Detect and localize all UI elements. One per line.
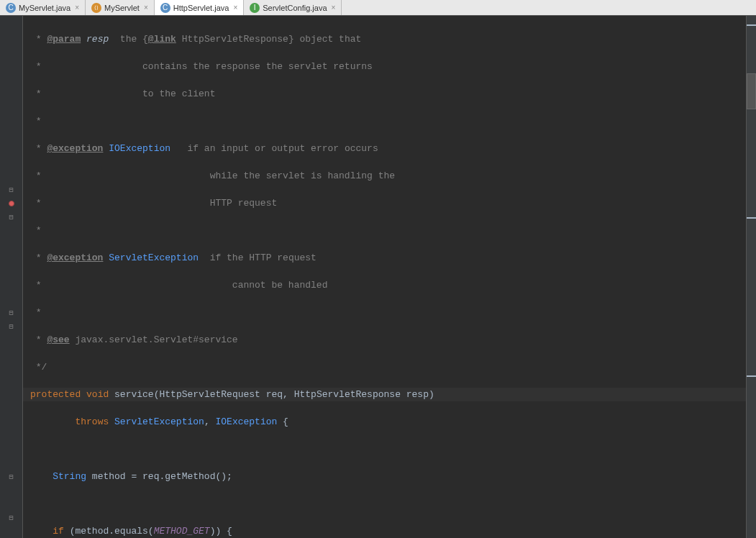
scroll-mark[interactable] [747,217,756,219]
gutter[interactable]: ⊟ ⊟ ⊟ ⊟ ⊟ ⊟ [0,16,23,538]
scrollbar-vertical[interactable] [746,16,756,538]
breakpoint-icon[interactable] [9,201,14,206]
tab-servletconfig[interactable]: I ServletConfig.java × [244,0,342,15]
tab-label: ServletConfig.java [263,4,327,12]
tab-httpservlet[interactable]: C HttpServlet.java × [155,0,245,15]
fold-minus-icon[interactable]: ⊟ [9,213,13,222]
close-icon[interactable]: × [144,4,148,12]
close-icon[interactable]: × [75,4,79,12]
interface-icon: I [250,3,260,13]
tab-bar: C MyServlet.java × ⟨⟩ MyServlet × C Http… [0,0,756,16]
ide-editor: C MyServlet.java × ⟨⟩ MyServlet × C Http… [0,0,756,538]
fold-minus-icon[interactable]: ⊟ [9,473,13,481]
jsp-icon: ⟨⟩ [91,3,101,13]
class-icon: C [6,3,16,13]
editor-body: ⊟ ⊟ ⊟ ⊟ ⊟ ⊟ * @param resp the {@link Htt… [0,16,756,538]
scroll-mark[interactable] [747,24,756,26]
current-line: protected void service(HttpServletReques… [23,388,746,401]
tab-label: MyServlet [104,4,140,12]
close-icon[interactable]: × [233,4,237,12]
scroll-mark[interactable] [747,375,756,377]
scroll-thumb[interactable] [747,73,756,109]
fold-minus-icon[interactable]: ⊟ [9,309,13,317]
class-icon: C [160,3,170,13]
tab-label: MyServlet.java [19,4,70,12]
fold-minus-icon[interactable]: ⊟ [9,186,13,194]
close-icon[interactable]: × [332,4,336,12]
code-editor[interactable]: * @param resp the {@link HttpServletResp… [23,16,746,538]
fold-minus-icon[interactable]: ⊟ [9,322,13,331]
tab-myservlet-java[interactable]: C MyServlet.java × [0,0,86,15]
tab-myservlet-jsp[interactable]: ⟨⟩ MyServlet × [86,0,155,15]
tab-label: HttpServlet.java [173,4,229,12]
fold-minus-icon[interactable]: ⊟ [9,514,13,522]
